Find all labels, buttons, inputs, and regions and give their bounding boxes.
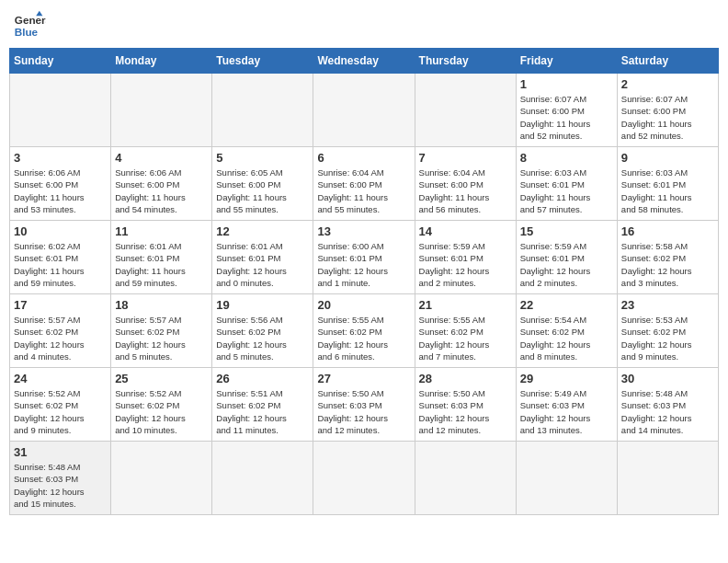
calendar-cell — [415, 442, 516, 515]
day-info: Sunrise: 5:54 AM Sunset: 6:02 PM Dayligh… — [520, 314, 613, 362]
calendar-cell: 8Sunrise: 6:03 AM Sunset: 6:01 PM Daylig… — [516, 147, 617, 221]
page-header: General Blue — [9, 9, 719, 42]
day-number: 4 — [115, 151, 208, 165]
day-info: Sunrise: 5:58 AM Sunset: 6:02 PM Dayligh… — [621, 240, 714, 289]
day-number: 25 — [115, 372, 208, 385]
calendar-cell: 16Sunrise: 5:58 AM Sunset: 6:02 PM Dayli… — [617, 221, 718, 294]
day-info: Sunrise: 6:06 AM Sunset: 6:00 PM Dayligh… — [115, 167, 208, 215]
day-info: Sunrise: 5:51 AM Sunset: 6:02 PM Dayligh… — [216, 387, 309, 436]
calendar-cell: 13Sunrise: 6:00 AM Sunset: 6:01 PM Dayli… — [313, 221, 415, 294]
day-number: 17 — [14, 298, 107, 312]
day-number: 21 — [419, 298, 512, 312]
day-info: Sunrise: 5:55 AM Sunset: 6:02 PM Dayligh… — [419, 314, 512, 362]
calendar-week-row: 1Sunrise: 6:07 AM Sunset: 6:00 PM Daylig… — [10, 74, 719, 147]
day-info: Sunrise: 6:01 AM Sunset: 6:01 PM Dayligh… — [115, 240, 208, 289]
day-number: 3 — [14, 151, 107, 165]
day-number: 1 — [520, 77, 613, 91]
day-number: 6 — [317, 151, 410, 165]
day-number: 20 — [317, 298, 410, 312]
day-info: Sunrise: 5:57 AM Sunset: 6:02 PM Dayligh… — [14, 314, 107, 362]
day-number: 7 — [419, 151, 512, 165]
day-number: 10 — [14, 224, 107, 238]
day-info: Sunrise: 6:02 AM Sunset: 6:01 PM Dayligh… — [14, 240, 107, 289]
day-info: Sunrise: 6:03 AM Sunset: 6:01 PM Dayligh… — [621, 167, 714, 215]
day-info: Sunrise: 6:07 AM Sunset: 6:00 PM Dayligh… — [520, 93, 613, 142]
day-header-tuesday: Tuesday — [212, 49, 313, 74]
calendar-week-row: 31Sunrise: 5:48 AM Sunset: 6:03 PM Dayli… — [10, 442, 719, 515]
calendar-cell: 4Sunrise: 6:06 AM Sunset: 6:00 PM Daylig… — [111, 147, 212, 221]
day-info: Sunrise: 6:00 AM Sunset: 6:01 PM Dayligh… — [317, 240, 410, 289]
calendar-cell — [10, 74, 111, 147]
calendar-cell: 26Sunrise: 5:51 AM Sunset: 6:02 PM Dayli… — [212, 368, 313, 442]
day-number: 9 — [621, 151, 714, 165]
day-info: Sunrise: 6:05 AM Sunset: 6:00 PM Dayligh… — [216, 167, 309, 215]
day-number: 24 — [14, 372, 107, 385]
day-number: 5 — [216, 151, 309, 165]
day-header-wednesday: Wednesday — [313, 49, 415, 74]
calendar-cell: 17Sunrise: 5:57 AM Sunset: 6:02 PM Dayli… — [10, 294, 111, 368]
calendar-cell: 24Sunrise: 5:52 AM Sunset: 6:02 PM Dayli… — [10, 368, 111, 442]
calendar-cell: 10Sunrise: 6:02 AM Sunset: 6:01 PM Dayli… — [10, 221, 111, 294]
day-info: Sunrise: 5:48 AM Sunset: 6:03 PM Dayligh… — [621, 387, 714, 436]
calendar-cell: 30Sunrise: 5:48 AM Sunset: 6:03 PM Dayli… — [617, 368, 718, 442]
calendar-cell — [212, 442, 313, 515]
calendar-cell: 18Sunrise: 5:57 AM Sunset: 6:02 PM Dayli… — [111, 294, 212, 368]
day-number: 15 — [520, 224, 613, 238]
calendar-week-row: 17Sunrise: 5:57 AM Sunset: 6:02 PM Dayli… — [10, 294, 719, 368]
day-header-monday: Monday — [111, 49, 212, 74]
day-number: 31 — [14, 445, 107, 459]
calendar-cell: 20Sunrise: 5:55 AM Sunset: 6:02 PM Dayli… — [313, 294, 415, 368]
day-info: Sunrise: 5:48 AM Sunset: 6:03 PM Dayligh… — [14, 461, 107, 510]
day-number: 12 — [216, 224, 309, 238]
day-number: 27 — [317, 372, 410, 385]
day-info: Sunrise: 5:52 AM Sunset: 6:02 PM Dayligh… — [115, 387, 208, 436]
calendar-cell — [212, 74, 313, 147]
calendar-cell: 22Sunrise: 5:54 AM Sunset: 6:02 PM Dayli… — [516, 294, 617, 368]
calendar-cell: 1Sunrise: 6:07 AM Sunset: 6:00 PM Daylig… — [516, 74, 617, 147]
calendar-week-row: 10Sunrise: 6:02 AM Sunset: 6:01 PM Dayli… — [10, 221, 719, 294]
calendar-header-row: SundayMondayTuesdayWednesdayThursdayFrid… — [10, 49, 719, 74]
calendar-cell — [111, 74, 212, 147]
svg-text:Blue: Blue — [15, 26, 39, 38]
day-info: Sunrise: 6:07 AM Sunset: 6:00 PM Dayligh… — [621, 93, 714, 142]
day-number: 2 — [621, 77, 714, 91]
day-header-thursday: Thursday — [415, 49, 516, 74]
calendar-cell: 14Sunrise: 5:59 AM Sunset: 6:01 PM Dayli… — [415, 221, 516, 294]
day-info: Sunrise: 6:04 AM Sunset: 6:00 PM Dayligh… — [317, 167, 410, 215]
day-number: 11 — [115, 224, 208, 238]
day-number: 19 — [216, 298, 309, 312]
day-info: Sunrise: 5:55 AM Sunset: 6:02 PM Dayligh… — [317, 314, 410, 362]
calendar-cell — [516, 442, 617, 515]
day-number: 29 — [520, 372, 613, 385]
calendar-cell: 9Sunrise: 6:03 AM Sunset: 6:01 PM Daylig… — [617, 147, 718, 221]
day-info: Sunrise: 6:03 AM Sunset: 6:01 PM Dayligh… — [520, 167, 613, 215]
logo-icon: General Blue — [13, 9, 46, 42]
calendar-cell: 29Sunrise: 5:49 AM Sunset: 6:03 PM Dayli… — [516, 368, 617, 442]
calendar-cell — [617, 442, 718, 515]
calendar-week-row: 24Sunrise: 5:52 AM Sunset: 6:02 PM Dayli… — [10, 368, 719, 442]
day-info: Sunrise: 5:59 AM Sunset: 6:01 PM Dayligh… — [419, 240, 512, 289]
calendar-cell — [415, 74, 516, 147]
day-number: 22 — [520, 298, 613, 312]
day-info: Sunrise: 5:56 AM Sunset: 6:02 PM Dayligh… — [216, 314, 309, 362]
calendar-cell: 23Sunrise: 5:53 AM Sunset: 6:02 PM Dayli… — [617, 294, 718, 368]
calendar-cell: 3Sunrise: 6:06 AM Sunset: 6:00 PM Daylig… — [10, 147, 111, 221]
day-header-saturday: Saturday — [617, 49, 718, 74]
calendar-cell: 11Sunrise: 6:01 AM Sunset: 6:01 PM Dayli… — [111, 221, 212, 294]
logo: General Blue — [13, 9, 50, 42]
day-number: 23 — [621, 298, 714, 312]
day-header-friday: Friday — [516, 49, 617, 74]
calendar-cell: 27Sunrise: 5:50 AM Sunset: 6:03 PM Dayli… — [313, 368, 415, 442]
calendar-cell: 21Sunrise: 5:55 AM Sunset: 6:02 PM Dayli… — [415, 294, 516, 368]
day-number: 26 — [216, 372, 309, 385]
day-info: Sunrise: 5:59 AM Sunset: 6:01 PM Dayligh… — [520, 240, 613, 289]
day-number: 14 — [419, 224, 512, 238]
calendar-cell: 31Sunrise: 5:48 AM Sunset: 6:03 PM Dayli… — [10, 442, 111, 515]
calendar-cell: 5Sunrise: 6:05 AM Sunset: 6:00 PM Daylig… — [212, 147, 313, 221]
day-info: Sunrise: 6:06 AM Sunset: 6:00 PM Dayligh… — [14, 167, 107, 215]
day-number: 30 — [621, 372, 714, 385]
day-info: Sunrise: 6:01 AM Sunset: 6:01 PM Dayligh… — [216, 240, 309, 289]
day-number: 13 — [317, 224, 410, 238]
day-header-sunday: Sunday — [10, 49, 111, 74]
calendar-cell: 12Sunrise: 6:01 AM Sunset: 6:01 PM Dayli… — [212, 221, 313, 294]
